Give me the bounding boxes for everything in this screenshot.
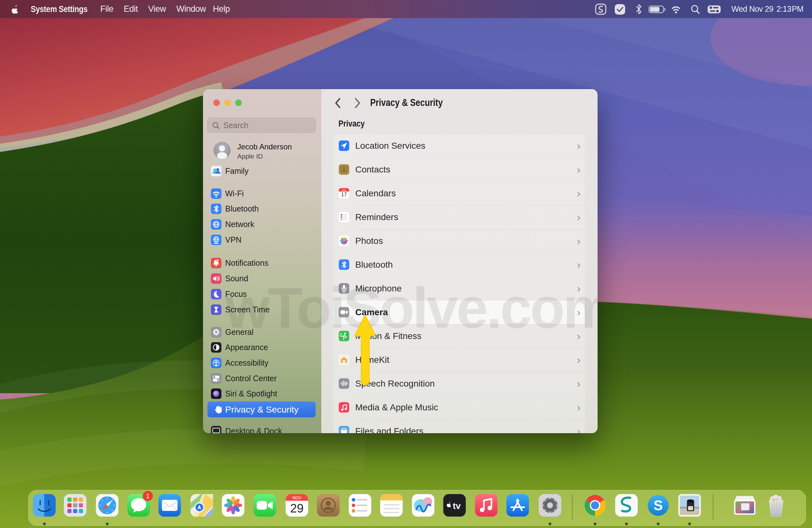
svg-text:1: 1 [146, 493, 149, 499]
svg-text:NOV: NOV [292, 495, 302, 500]
svg-text:S: S [653, 498, 663, 513]
svg-text:29: 29 [290, 502, 304, 515]
svg-text:17: 17 [341, 192, 347, 197]
svg-text:JUL: JUL [342, 189, 346, 191]
svg-text:tv: tv [453, 501, 461, 511]
